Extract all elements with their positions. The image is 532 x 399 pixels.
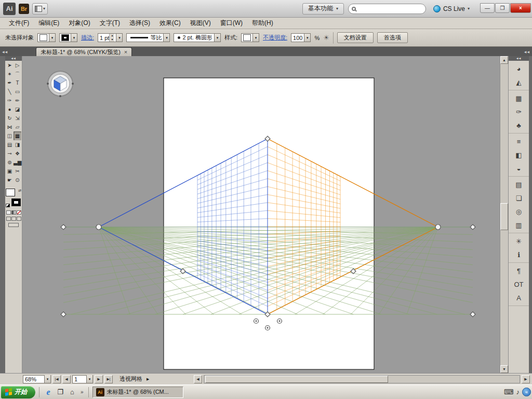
tools-collapse-icon[interactable]: ◀◀ bbox=[5, 56, 22, 61]
grid-handle-diamond[interactable] bbox=[470, 312, 475, 317]
eraser-tool[interactable]: ◪ bbox=[14, 105, 21, 114]
eyedropper-tool[interactable]: ⊸ bbox=[6, 149, 14, 158]
grid-handle-diamond[interactable] bbox=[61, 224, 66, 230]
width-profile-dropdown[interactable]: 等比 ▾ bbox=[126, 33, 170, 42]
vscroll-track[interactable] bbox=[500, 64, 508, 365]
menu-object[interactable]: 对象(O) bbox=[64, 17, 95, 29]
document-info-panel-icon[interactable]: ℹ bbox=[512, 248, 526, 261]
column-graph-tool[interactable]: ▃▆ bbox=[14, 158, 21, 167]
magic-wand-tool[interactable]: ✶ bbox=[6, 70, 14, 78]
minimize-button[interactable]: — bbox=[480, 3, 495, 13]
menu-effect[interactable]: 效果(C) bbox=[155, 17, 185, 29]
stroke-panel-link[interactable]: 描边: bbox=[81, 34, 94, 42]
draw-behind-button[interactable] bbox=[11, 217, 16, 221]
hscroll-track[interactable] bbox=[204, 376, 520, 383]
menu-select[interactable]: 选择(S) bbox=[125, 17, 155, 29]
swatches-panel-icon[interactable]: ▦ bbox=[512, 92, 526, 104]
stroke-weight-stepper[interactable]: ▴ ▾ bbox=[109, 34, 114, 42]
blend-tool[interactable]: ❖ bbox=[14, 149, 21, 158]
none-button[interactable] bbox=[17, 210, 21, 215]
arrange-documents-button[interactable]: ▾ bbox=[32, 3, 48, 15]
canvas-area[interactable]: ▲ ▼ bbox=[22, 56, 508, 373]
character-panel-icon[interactable]: A bbox=[512, 291, 526, 304]
scroll-down-icon[interactable]: ▼ bbox=[500, 365, 508, 373]
menu-edit[interactable]: 编辑(E) bbox=[34, 17, 64, 29]
menu-window[interactable]: 窗口(W) bbox=[216, 17, 247, 29]
artboard-tool[interactable]: ▣ bbox=[6, 167, 14, 176]
restore-button[interactable]: ❐ bbox=[495, 3, 510, 13]
hscroll-thumb[interactable] bbox=[205, 376, 388, 383]
tray-expand-button[interactable]: « bbox=[522, 388, 531, 396]
keyboard-icon[interactable]: ⌨ bbox=[504, 388, 514, 396]
document-setup-button[interactable]: 文档设置 bbox=[337, 32, 374, 43]
slice-tool[interactable]: ✂ bbox=[14, 167, 21, 176]
draw-normal-button[interactable] bbox=[6, 217, 11, 221]
symbols-panel-icon[interactable]: ♣ bbox=[512, 119, 526, 131]
workspace-switcher[interactable]: 基本功能 ▾ bbox=[302, 3, 344, 15]
fill-color-dropdown[interactable]: ▾ bbox=[37, 33, 56, 42]
quick-launch-overflow-icon[interactable]: » bbox=[79, 389, 85, 395]
mesh-tool[interactable]: ▤ bbox=[6, 140, 14, 149]
hscroll-right-icon[interactable]: ▶ bbox=[522, 375, 530, 383]
paragraph-panel-icon[interactable]: ¶ bbox=[512, 264, 526, 277]
zoom-combo[interactable]: 68% ▾ bbox=[23, 375, 51, 383]
links-panel-icon[interactable]: ▥ bbox=[512, 219, 526, 231]
cs-live-button[interactable]: CS Live ▾ bbox=[430, 3, 473, 15]
selection-tool[interactable]: ➤ bbox=[6, 61, 14, 70]
opacity-panel-link[interactable]: 不透明度: bbox=[263, 34, 287, 42]
artboards-panel-icon[interactable]: ❏ bbox=[512, 192, 526, 204]
start-button[interactable]: 开始 bbox=[1, 386, 35, 398]
spin-up-icon[interactable]: ▴ bbox=[110, 34, 114, 38]
flattener-preview-panel-icon[interactable]: ✳ bbox=[512, 235, 526, 247]
pen-tool[interactable]: ✒ bbox=[6, 78, 14, 87]
hand-tool[interactable]: ☛ bbox=[6, 176, 14, 184]
internet-explorer-icon[interactable]: e bbox=[43, 387, 54, 397]
collapse-left-icon[interactable]: ◀◀ bbox=[0, 50, 10, 54]
fill-swatch[interactable] bbox=[6, 189, 15, 196]
zoom-tool[interactable]: ⊙ bbox=[14, 176, 21, 184]
style-dropdown[interactable]: ▾ bbox=[241, 33, 259, 42]
search-box[interactable] bbox=[348, 4, 426, 14]
menu-view[interactable]: 视图(V) bbox=[185, 17, 216, 29]
opentype-panel-icon[interactable]: OT bbox=[512, 278, 526, 290]
lasso-tool[interactable]: ⌒ bbox=[14, 70, 21, 78]
line-segment-tool[interactable]: ╲ bbox=[6, 87, 14, 96]
artboard-combo[interactable]: 1 ▾ bbox=[72, 375, 93, 383]
gradient-button[interactable] bbox=[11, 210, 16, 215]
symbol-sprayer-tool[interactable]: ⊚ bbox=[6, 158, 14, 167]
pencil-tool[interactable]: ✏ bbox=[14, 96, 21, 105]
stroke-color-dropdown[interactable]: ▾ bbox=[59, 33, 77, 42]
status-menu-icon[interactable]: ▶ bbox=[147, 377, 149, 381]
layers-panel-icon[interactable]: ▤ bbox=[512, 178, 526, 191]
search-input[interactable] bbox=[358, 5, 422, 12]
previous-artboard-button[interactable]: ◀ bbox=[62, 375, 71, 383]
appearance-panel-icon[interactable]: ◎ bbox=[512, 205, 526, 218]
first-artboard-button[interactable]: |◀ bbox=[52, 375, 61, 383]
swap-fill-stroke-icon[interactable]: ⇄ bbox=[18, 189, 21, 193]
gradient-tool[interactable]: ◨ bbox=[14, 140, 21, 149]
shape-builder-tool[interactable]: ◫ bbox=[6, 131, 14, 140]
paintbrush-tool[interactable]: ✑ bbox=[6, 96, 14, 105]
opacity-combo[interactable]: 100 ▾ bbox=[291, 33, 311, 42]
stroke-weight-combo[interactable]: 1 pt ▴ ▾ ▾ bbox=[98, 33, 123, 42]
document-tab[interactable]: 未标题-1* @ 68% (CMYK/预览) × bbox=[36, 47, 132, 56]
direct-selection-tool[interactable]: ▷ bbox=[14, 61, 21, 70]
draw-inside-button[interactable] bbox=[17, 217, 21, 221]
transparency-panel-icon[interactable]: ◒ bbox=[512, 162, 526, 175]
grid-handle-diamond[interactable] bbox=[470, 224, 475, 230]
close-button[interactable]: × bbox=[510, 3, 531, 13]
rotate-tool[interactable]: ↻ bbox=[6, 114, 14, 123]
width-tool[interactable]: ⋈ bbox=[6, 123, 14, 131]
brush-definition-dropdown[interactable]: 2 pt. 椭圆形 ▾ bbox=[174, 33, 220, 42]
preferences-button[interactable]: 首选项 bbox=[377, 32, 408, 43]
last-artboard-button[interactable]: ▶| bbox=[104, 375, 113, 383]
stroke-panel-icon[interactable]: ≡ bbox=[512, 135, 526, 148]
menu-help[interactable]: 帮助(H) bbox=[247, 17, 278, 29]
menu-type[interactable]: 文字(T) bbox=[95, 17, 125, 29]
rectangle-tool[interactable]: ▭ bbox=[14, 87, 21, 96]
recolor-artwork-icon[interactable]: ☀ bbox=[323, 34, 329, 42]
color-button[interactable] bbox=[6, 210, 11, 215]
free-transform-tool[interactable]: ▱ bbox=[14, 123, 21, 131]
perspective-grid-tool[interactable]: ▦ bbox=[14, 131, 21, 140]
menu-file[interactable]: 文件(F) bbox=[4, 17, 34, 29]
